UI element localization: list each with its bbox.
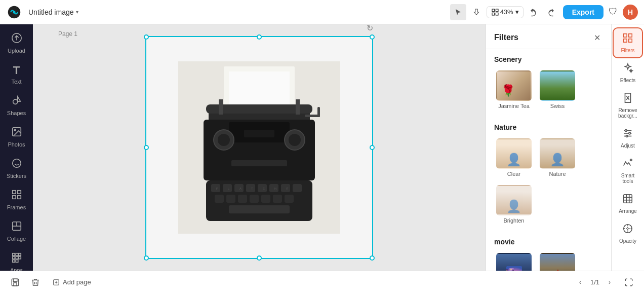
filter-item-clear[interactable]: Clear bbox=[494, 136, 534, 179]
canvas-view-tools: 43% ▾ bbox=[450, 4, 559, 20]
resize-handle-tr[interactable] bbox=[370, 34, 375, 40]
sidebar-item-upload[interactable]: Upload bbox=[3, 28, 31, 58]
rtool-adjust[interactable]: Adjust bbox=[614, 124, 642, 153]
resize-handle-bl[interactable] bbox=[144, 255, 149, 261]
rtool-arrange[interactable]: Arrange bbox=[614, 189, 642, 218]
rtool-filters-label: Filters bbox=[621, 48, 634, 53]
svg-rect-45 bbox=[258, 184, 267, 192]
sidebar-item-frames[interactable]: Frames bbox=[3, 185, 31, 214]
sidebar-item-text[interactable]: T Text bbox=[3, 60, 31, 89]
text-icon: T bbox=[13, 64, 20, 77]
filter-item-lalaland[interactable]: La La Land bbox=[494, 251, 534, 271]
rtool-smart-tools[interactable]: Smart tools bbox=[614, 154, 642, 188]
svg-point-1 bbox=[13, 11, 15, 13]
svg-rect-5 bbox=[496, 13, 498, 15]
add-page-button[interactable]: Add page bbox=[49, 276, 95, 288]
svg-text:N: N bbox=[274, 187, 276, 190]
swiss-label: Swiss bbox=[550, 103, 565, 109]
movie-section-title: movie bbox=[494, 238, 603, 246]
sidebar-item-collage[interactable]: Collage bbox=[3, 216, 31, 246]
svg-rect-3 bbox=[496, 9, 498, 12]
canvas-frame[interactable]: ↻ bbox=[145, 36, 373, 259]
svg-rect-25 bbox=[16, 260, 18, 263]
svg-rect-61 bbox=[244, 130, 274, 137]
resize-handle-bm[interactable] bbox=[257, 255, 262, 261]
filters-header: Filters ✕ bbox=[486, 24, 611, 49]
user-avatar[interactable]: H bbox=[623, 5, 638, 20]
sidebar-item-photos[interactable]: Photos bbox=[3, 122, 31, 152]
filters-close-button[interactable]: ✕ bbox=[591, 31, 603, 44]
svg-rect-50 bbox=[226, 195, 235, 203]
undo-redo-group bbox=[526, 4, 559, 20]
document-title[interactable]: Untitled image ▾ bbox=[28, 8, 78, 16]
remove-bg-tool-icon bbox=[622, 92, 633, 106]
sidebar-item-shapes[interactable]: Shapes bbox=[3, 91, 31, 120]
nature-filter-grid: Clear Nature Brighten bbox=[494, 136, 603, 226]
lalaland-thumb bbox=[496, 253, 532, 271]
svg-rect-89 bbox=[12, 279, 19, 286]
prev-page-button[interactable]: ‹ bbox=[574, 276, 586, 288]
rtool-remove-bg-label: Remove backgr... bbox=[616, 107, 640, 119]
svg-rect-2 bbox=[492, 9, 495, 12]
sidebar-item-frames-label: Frames bbox=[7, 204, 26, 210]
fullscreen-button[interactable] bbox=[622, 275, 636, 289]
bottom-bar: Add page ‹ 1/1 › bbox=[0, 271, 644, 293]
resize-handle-br[interactable] bbox=[370, 255, 375, 261]
canvas-area[interactable]: Page 1 ··· ↻ bbox=[33, 24, 486, 271]
pan-tool-button[interactable] bbox=[468, 4, 485, 20]
svg-text:P: P bbox=[216, 187, 218, 190]
jasmine-tea-thumb bbox=[496, 70, 532, 101]
rtool-effects[interactable]: Effects bbox=[614, 58, 642, 87]
resize-handle-tl[interactable] bbox=[144, 34, 149, 40]
filter-item-nature[interactable]: Nature bbox=[538, 136, 577, 179]
next-page-button[interactable]: › bbox=[603, 276, 616, 288]
rtool-opacity[interactable]: Opacity bbox=[614, 219, 642, 248]
svg-point-79 bbox=[625, 130, 627, 132]
svg-point-82 bbox=[630, 159, 632, 161]
svg-rect-23 bbox=[18, 257, 21, 259]
svg-rect-62 bbox=[231, 160, 287, 166]
scenery-filter-grid: Jasmine Tea Swiss bbox=[494, 68, 603, 111]
filter-item-jasmine-tea[interactable]: Jasmine Tea bbox=[494, 68, 534, 111]
effects-tool-icon bbox=[622, 62, 633, 76]
sidebar-item-apps[interactable]: Apps bbox=[3, 248, 31, 271]
svg-point-10 bbox=[12, 159, 21, 168]
clear-thumb bbox=[496, 138, 532, 169]
export-button[interactable]: Export bbox=[563, 5, 603, 19]
sidebar-item-text-label: Text bbox=[11, 79, 21, 85]
brighten-label: Brighten bbox=[504, 217, 525, 224]
resize-handle-mr[interactable] bbox=[370, 145, 375, 150]
svg-rect-73 bbox=[629, 34, 632, 37]
svg-rect-49 bbox=[215, 195, 224, 203]
select-tool-button[interactable] bbox=[450, 4, 466, 20]
resize-handle-tm[interactable] bbox=[257, 34, 262, 40]
filter-section-nature: Nature Clear Nature Brighten bbox=[486, 117, 611, 232]
rotate-handle[interactable]: ↻ bbox=[365, 24, 375, 33]
left-sidebar: Upload T Text Shapes Photos Stickers bbox=[0, 24, 33, 271]
title-chevron-icon: ▾ bbox=[76, 9, 78, 15]
resize-handle-ml[interactable] bbox=[144, 145, 149, 150]
sidebar-item-stickers[interactable]: Stickers bbox=[3, 154, 31, 183]
app-logo[interactable] bbox=[6, 4, 22, 20]
rtool-filters[interactable]: Filters bbox=[614, 28, 642, 57]
svg-rect-72 bbox=[624, 34, 627, 37]
filter-item-fastfurious[interactable]: Fast Furious bbox=[538, 251, 577, 271]
filter-item-brighten[interactable]: Brighten bbox=[494, 183, 534, 226]
nature-section-title: Nature bbox=[494, 123, 603, 131]
delete-button[interactable] bbox=[28, 275, 43, 289]
rtool-adjust-label: Adjust bbox=[621, 143, 635, 149]
svg-point-9 bbox=[14, 129, 16, 131]
photos-icon bbox=[11, 126, 22, 140]
shapes-icon bbox=[11, 95, 22, 108]
frames-icon bbox=[11, 189, 22, 203]
redo-button[interactable] bbox=[543, 4, 559, 20]
save-button[interactable] bbox=[8, 275, 22, 289]
svg-rect-43 bbox=[234, 184, 244, 192]
svg-point-81 bbox=[626, 135, 628, 137]
rtool-remove-bg[interactable]: Remove backgr... bbox=[614, 88, 642, 123]
filter-item-swiss[interactable]: Swiss bbox=[538, 68, 577, 111]
undo-button[interactable] bbox=[526, 4, 542, 20]
svg-rect-18 bbox=[12, 253, 15, 256]
zoom-control[interactable]: 43% ▾ bbox=[487, 6, 524, 18]
rtool-arrange-label: Arrange bbox=[619, 208, 637, 214]
